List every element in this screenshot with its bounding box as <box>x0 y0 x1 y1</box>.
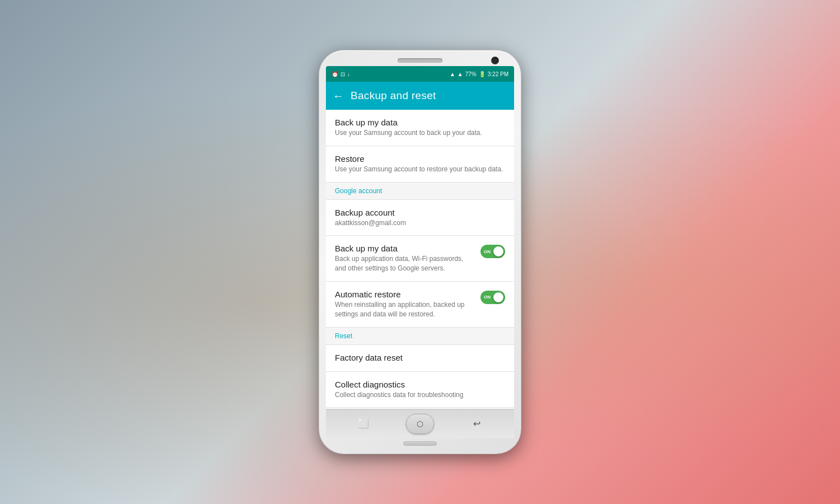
automatic-restore-toggle[interactable]: ON <box>480 291 505 304</box>
backup-my-data-google-text: Back up my data Back up application data… <box>335 244 480 273</box>
backup-my-data-google-subtitle: Back up application data, Wi-Fi password… <box>335 254 474 273</box>
back-nav-button[interactable]: ↩ <box>466 414 487 434</box>
restore-subtitle: Use your Samsung account to restore your… <box>335 165 505 174</box>
automatic-restore-title: Automatic restore <box>335 290 474 299</box>
status-left-icons: ⏰ ⊡ ↓ <box>332 71 350 77</box>
clock: 3:22 PM <box>488 71 508 77</box>
back-button[interactable]: ← <box>333 90 344 102</box>
backup-my-data-google-item[interactable]: Back up my data Back up application data… <box>326 236 514 282</box>
backup-account-email: akattkisson@gmail.com <box>335 218 505 228</box>
settings-content: Back up my data Use your Samsung account… <box>326 110 514 409</box>
bottom-navigation: ⬜ ⬡ ↩ <box>326 409 514 438</box>
backup-data-toggle[interactable]: ON <box>480 245 505 258</box>
backup-account-item[interactable]: Backup account akattkisson@gmail.com <box>326 200 514 236</box>
bottom-physical-button <box>403 441 437 446</box>
alarm-icon: ⏰ <box>332 71 338 77</box>
home-icon: ⬡ <box>417 419 423 428</box>
recent-apps-icon: ⬜ <box>358 418 369 429</box>
speaker-grille <box>398 58 442 63</box>
restore-title: Restore <box>335 154 505 164</box>
recent-apps-button[interactable]: ⬜ <box>353 414 374 434</box>
phone-device: ⏰ ⊡ ↓ ▲ ▲ 77% 🔋 3:22 PM ← Backup and res… <box>319 50 521 454</box>
backup-account-title: Backup account <box>335 208 505 217</box>
wifi-icon: ▲ <box>450 71 455 77</box>
collect-diagnostics-subtitle: Collect diagnostics data for troubleshoo… <box>335 390 505 400</box>
factory-data-reset-title: Factory data reset <box>335 353 505 362</box>
status-bar: ⏰ ⊡ ↓ ▲ ▲ 77% 🔋 3:22 PM <box>326 66 514 82</box>
backup-my-data-samsung-subtitle: Use your Samsung account to back up your… <box>335 128 505 138</box>
phone-top-hardware <box>325 58 515 63</box>
backup-my-data-google-title: Back up my data <box>335 244 474 253</box>
screenshot-icon: ⊡ <box>340 71 345 77</box>
backup-my-data-samsung-title: Back up my data <box>335 118 505 127</box>
phone-bottom-hardware <box>403 441 437 446</box>
collect-diagnostics-title: Collect diagnostics <box>335 380 505 389</box>
download-icon: ↓ <box>347 71 350 77</box>
phone-outer-shell: ⏰ ⊡ ↓ ▲ ▲ 77% 🔋 3:22 PM ← Backup and res… <box>319 50 521 454</box>
automatic-restore-subtitle: When reinstalling an application, backed… <box>335 300 474 319</box>
home-button[interactable]: ⬡ <box>406 414 434 434</box>
collect-diagnostics-item[interactable]: Collect diagnostics Collect diagnostics … <box>326 372 514 408</box>
restore-item[interactable]: Restore Use your Samsung account to rest… <box>326 146 514 183</box>
backup-my-data-samsung-item[interactable]: Back up my data Use your Samsung account… <box>326 110 514 146</box>
toggle-on-label-2: ON <box>484 295 491 300</box>
factory-data-reset-item[interactable]: Factory data reset <box>326 345 514 372</box>
reset-header: Reset <box>326 328 514 345</box>
phone-screen: ⏰ ⊡ ↓ ▲ ▲ 77% 🔋 3:22 PM ← Backup and res… <box>326 66 514 438</box>
toggle-knob <box>493 246 503 256</box>
automatic-restore-text: Automatic restore When reinstalling an a… <box>335 290 480 319</box>
google-account-header: Google account <box>326 183 514 200</box>
battery-icon: 🔋 <box>479 71 486 77</box>
app-bar: ← Backup and reset <box>326 82 514 110</box>
toggle-knob-2 <box>493 292 503 302</box>
automatic-restore-item[interactable]: Automatic restore When reinstalling an a… <box>326 282 514 328</box>
status-right-info: ▲ ▲ 77% 🔋 3:22 PM <box>450 71 508 77</box>
signal-icon: ▲ <box>458 71 463 77</box>
back-nav-icon: ↩ <box>473 418 480 429</box>
front-camera <box>492 57 498 64</box>
app-bar-title: Backup and reset <box>351 90 436 102</box>
toggle-on-label: ON <box>484 249 491 254</box>
battery-percentage: 77% <box>465 71 477 77</box>
